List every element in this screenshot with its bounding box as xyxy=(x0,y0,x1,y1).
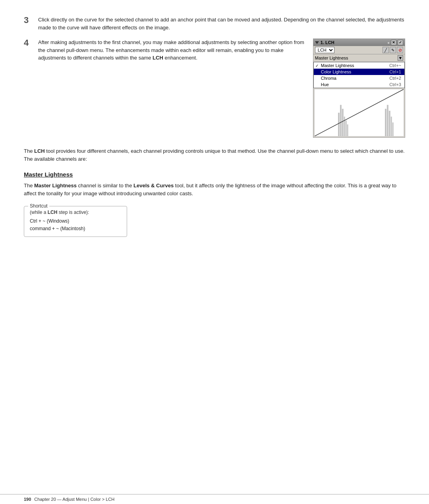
step3-number: 3 xyxy=(24,15,38,25)
lch-title: 1. LCH xyxy=(321,40,334,45)
shortcut-3: Ctrl+2 xyxy=(389,76,401,81)
close-btn[interactable]: ✕ xyxy=(391,40,396,45)
lch-channel-select[interactable]: LCH xyxy=(315,47,334,53)
lch-panel: 1. LCH ● ✕ ✓ LCH ╱ ✎ ⊘ xyxy=(313,38,405,138)
check-btn[interactable]: ✓ xyxy=(398,40,403,45)
lch-dropdown: ✓ Master Lightness Ctrl+~ Color Lightnes… xyxy=(313,62,405,88)
step4-number: 4 xyxy=(24,38,38,48)
footer-chapter-text: Chapter 20 — Adjust Menu | Color > LCH xyxy=(34,497,114,502)
step4-block: 4 After making adjustments to the first … xyxy=(24,38,405,138)
master-lightness-para: The Master Lightness channel is similar … xyxy=(24,182,405,198)
dropdown-item-wrapper-3: Chroma Ctrl+2 xyxy=(314,75,404,81)
lch-curve-area xyxy=(314,89,404,137)
step4-layout: After making adjustments to the first ch… xyxy=(38,38,405,138)
shortcut-key2: command + ~ (Macintosh) xyxy=(30,226,85,231)
svg-rect-1 xyxy=(340,105,342,136)
shortcut-1: Ctrl+~ xyxy=(389,63,401,68)
svg-rect-5 xyxy=(347,125,348,137)
master-lightness-heading: Master Lightness xyxy=(24,171,405,178)
dropdown-label-3: Chroma xyxy=(321,76,336,81)
shortcut-keys: Ctrl + ~ (Windows) command + ~ (Macintos… xyxy=(30,217,121,233)
channel-label: Master Lightness xyxy=(315,56,396,60)
shortcut-key1: Ctrl + ~ (Windows) xyxy=(30,218,69,224)
lch-toolbar: LCH ╱ ✎ ⊘ xyxy=(313,46,405,54)
svg-rect-6 xyxy=(385,109,386,136)
dropdown-color-lightness[interactable]: Color Lightness Ctrl+1 xyxy=(314,69,404,75)
dropdown-label-2: Color Lightness xyxy=(321,69,351,74)
channel-dropdown-btn[interactable]: ▼ xyxy=(398,55,403,61)
lch-channel-bar: Master Lightness ▼ xyxy=(313,54,405,62)
dropdown-item-wrapper-1: ✓ Master Lightness Ctrl+~ xyxy=(314,62,404,69)
footer-page-number: 190 xyxy=(24,497,31,502)
toolbar-icons: ╱ ✎ ⊘ xyxy=(383,47,403,53)
shortcut-sub: (while a LCH step is active): xyxy=(30,210,121,215)
reset-icon-btn[interactable]: ⊘ xyxy=(397,47,403,53)
svg-rect-2 xyxy=(342,109,344,136)
page-content: 3 Click directly on the curve for the se… xyxy=(24,16,405,237)
checkmark-icon: ✓ xyxy=(315,63,319,68)
shortcut-box-label: Shortcut xyxy=(28,203,49,209)
svg-rect-9 xyxy=(391,117,392,136)
triangle-icon xyxy=(315,41,319,44)
dropdown-label-1: Master Lightness xyxy=(321,63,354,68)
shortcut-2: Ctrl+1 xyxy=(389,69,401,74)
lch-titlebar-left: 1. LCH xyxy=(315,40,334,45)
draw-icon-btn[interactable]: ✎ xyxy=(390,47,396,53)
svg-rect-4 xyxy=(345,121,346,136)
dropdown-label-4: Hue xyxy=(321,82,329,87)
dropdown-hue[interactable]: Hue Ctrl+3 xyxy=(314,81,404,88)
lch-titlebar: 1. LCH ● ✕ ✓ xyxy=(313,39,405,46)
dot-icon: ● xyxy=(387,40,390,45)
svg-rect-8 xyxy=(389,111,390,136)
dropdown-master-lightness[interactable]: ✓ Master Lightness Ctrl+~ xyxy=(314,62,404,69)
shortcut-box: Shortcut (while a LCH step is active): C… xyxy=(24,206,127,237)
step4-text: After making adjustments to the first ch… xyxy=(38,38,305,62)
edit-icon-btn[interactable]: ╱ xyxy=(383,47,389,53)
svg-rect-3 xyxy=(344,117,345,136)
main-para: The LCH tool provides four different cha… xyxy=(24,147,405,163)
curve-svg xyxy=(315,89,404,136)
step3-text: Click directly on the curve for the sele… xyxy=(38,16,405,31)
svg-rect-10 xyxy=(392,123,393,136)
page-footer: 190 Chapter 20 — Adjust Menu | Color > L… xyxy=(0,494,429,504)
svg-rect-7 xyxy=(387,105,388,136)
svg-rect-0 xyxy=(338,113,340,136)
dropdown-item-wrapper-4: Hue Ctrl+3 xyxy=(314,81,404,88)
step3-block: 3 Click directly on the curve for the se… xyxy=(24,16,405,31)
dropdown-chroma[interactable]: Chroma Ctrl+2 xyxy=(314,75,404,81)
lch-titlebar-right: ● ✕ ✓ xyxy=(387,40,403,45)
dropdown-item-wrapper-2: Color Lightness Ctrl+1 xyxy=(314,69,404,75)
shortcut-4: Ctrl+3 xyxy=(389,82,401,87)
